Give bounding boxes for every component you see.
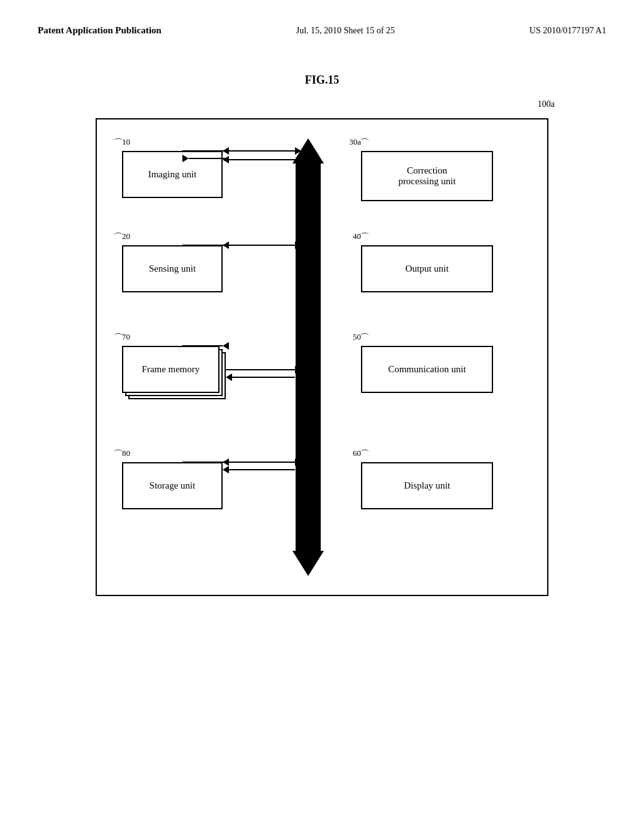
arrow-head [295, 241, 301, 249]
sensing-unit-label: Sensing unit [149, 263, 196, 274]
storage-unit-label: Storage unit [150, 480, 196, 491]
outer-label: 100a [538, 99, 555, 109]
arrow-line [223, 245, 295, 246]
arrow-head-left [223, 466, 229, 473]
storage-unit-box: Storage unit [122, 462, 223, 509]
correction-unit-arrow-right [182, 155, 229, 162]
arrow-head [295, 458, 301, 466]
sensing-unit-bracket: ⌒ [113, 231, 123, 245]
frame-memory-arrow-right [226, 366, 301, 374]
display-unit-label: Display unit [404, 480, 450, 491]
communication-unit-box: Communication unit [361, 346, 493, 393]
imaging-unit-back-arrow [223, 156, 295, 163]
imaging-unit-bracket: ⌒ [113, 137, 123, 150]
diagram-wrapper: 100a 10 ⌒ Imaging unit [0, 106, 644, 596]
correction-unit-arrow-left [182, 147, 229, 155]
patent-number-label: US 2010/0177197 A1 [530, 26, 606, 36]
arrow-line-fwd [189, 158, 229, 159]
arrow-head [223, 458, 229, 466]
main-boundary-box: 10 ⌒ Imaging unit 20 [96, 118, 548, 596]
arrow-head-left [223, 147, 229, 155]
frame-memory-box: Frame memory [122, 346, 219, 393]
arrow-line-back [229, 469, 295, 470]
storage-unit-arrow-right [223, 458, 301, 466]
display-unit-box: Display unit [361, 462, 493, 509]
correction-unit-box: Correction processing unit [361, 151, 493, 201]
imaging-unit-label: Imaging unit [148, 169, 196, 180]
arrow-head [295, 366, 301, 374]
output-unit-bracket: ⌒ [360, 231, 370, 245]
arrow-line [223, 462, 295, 463]
imaging-unit-arrow [223, 147, 301, 155]
storage-unit-arrow-left [223, 466, 295, 473]
publication-label: Patent Application Publication [38, 25, 162, 36]
arrow-head-right [182, 155, 189, 162]
display-unit-bracket: ⌒ [360, 448, 370, 462]
arrow-line-back [232, 377, 295, 378]
correction-unit-label: Correction processing unit [398, 165, 455, 187]
arrow-line [182, 150, 223, 152]
central-bus-arrow [296, 138, 321, 576]
frame-memory-arrow-left [226, 374, 295, 381]
arrow-line [182, 345, 223, 346]
bus-body [296, 163, 321, 551]
output-unit-box: Output unit [361, 245, 493, 292]
arrow-line [223, 150, 295, 152]
storage-unit-bracket: ⌒ [113, 448, 123, 462]
sensing-unit-arrow [223, 241, 301, 249]
sensing-unit-box: Sensing unit [122, 245, 223, 292]
arrow-head [223, 342, 229, 350]
correction-unit-bracket: ⌒ [360, 137, 370, 150]
diagram-outer: 100a 10 ⌒ Imaging unit [96, 106, 548, 596]
figure-title: FIG.15 [0, 74, 644, 87]
display-unit-arrow [182, 458, 229, 466]
communication-unit-label: Communication unit [388, 364, 466, 375]
arrow-line [226, 369, 295, 370]
output-unit-label: Output unit [406, 263, 449, 274]
page-header: Patent Application Publication Jul. 15, … [0, 0, 644, 48]
arrow-line [182, 462, 223, 463]
arrow-line-back [229, 159, 295, 160]
frame-memory-bracket: ⌒ [113, 332, 123, 345]
arrow-bottom-head [292, 551, 324, 576]
date-sheet-label: Jul. 15, 2010 Sheet 15 of 25 [296, 26, 395, 36]
frame-memory-label: Frame memory [142, 364, 199, 375]
comm-unit-bracket: ⌒ [360, 332, 370, 345]
arrow-head-left [226, 374, 232, 381]
comm-unit-arrow [182, 342, 229, 350]
arrow-line [182, 245, 223, 246]
arrow-head [295, 147, 301, 155]
output-unit-arrow [182, 241, 229, 249]
arrow-head [223, 241, 229, 249]
